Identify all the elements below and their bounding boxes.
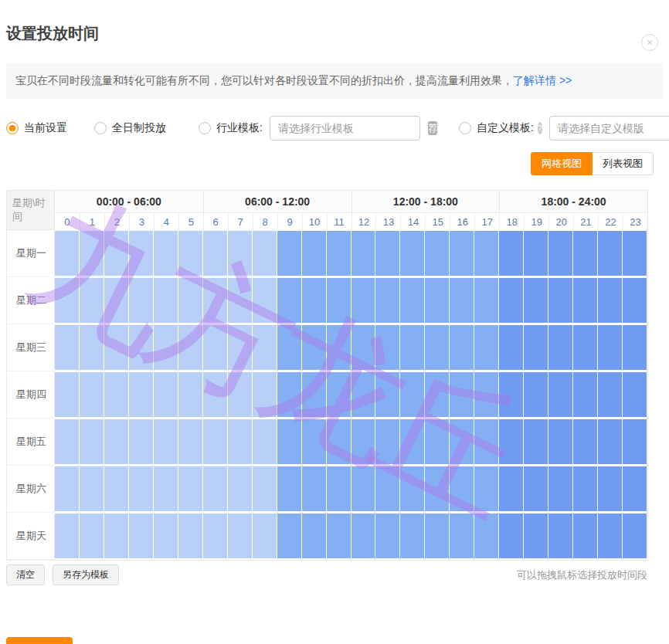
- schedule-cell[interactable]: [55, 513, 80, 560]
- schedule-cell[interactable]: [129, 513, 154, 560]
- schedule-cell[interactable]: [548, 230, 573, 277]
- schedule-cell[interactable]: [351, 419, 376, 466]
- schedule-cell[interactable]: [253, 466, 277, 513]
- schedule-cell[interactable]: [400, 513, 425, 560]
- schedule-cell[interactable]: [178, 371, 203, 419]
- schedule-cell[interactable]: [499, 324, 524, 371]
- schedule-cell[interactable]: [55, 466, 80, 513]
- schedule-cell[interactable]: [400, 324, 425, 371]
- custom-template-input[interactable]: [549, 116, 669, 141]
- schedule-cell[interactable]: [302, 513, 327, 560]
- schedule-cell[interactable]: [203, 513, 228, 560]
- schedule-cell[interactable]: [351, 230, 376, 277]
- schedule-cell[interactable]: [154, 277, 178, 324]
- schedule-cell[interactable]: [80, 324, 104, 371]
- schedule-cell[interactable]: [400, 277, 425, 324]
- schedule-cell[interactable]: [154, 466, 178, 513]
- schedule-cell[interactable]: [573, 324, 598, 371]
- schedule-cell[interactable]: [375, 230, 400, 277]
- schedule-cell[interactable]: [80, 230, 104, 277]
- clear-button[interactable]: 清空: [6, 564, 45, 585]
- schedule-cell[interactable]: [178, 466, 203, 513]
- radio-full-day-label[interactable]: 全日制投放: [112, 121, 166, 135]
- schedule-cell[interactable]: [203, 324, 228, 371]
- schedule-cell[interactable]: [80, 466, 104, 513]
- list-view-button[interactable]: 列表视图: [593, 152, 654, 175]
- schedule-cell[interactable]: [203, 466, 228, 513]
- schedule-cell[interactable]: [524, 513, 548, 560]
- schedule-cell[interactable]: [55, 230, 80, 277]
- schedule-cell[interactable]: [277, 324, 302, 371]
- schedule-cell[interactable]: [425, 419, 450, 466]
- schedule-cell[interactable]: [277, 277, 302, 324]
- schedule-cell[interactable]: [154, 513, 178, 560]
- schedule-cell[interactable]: [598, 371, 623, 419]
- radio-industry-template[interactable]: [199, 122, 211, 134]
- schedule-cell[interactable]: [178, 419, 203, 466]
- schedule-cell[interactable]: [178, 324, 203, 371]
- schedule-cell[interactable]: [548, 466, 573, 513]
- schedule-cell[interactable]: [548, 371, 573, 419]
- schedule-cell[interactable]: [203, 371, 228, 419]
- radio-current-settings[interactable]: [6, 122, 19, 134]
- schedule-cell[interactable]: [327, 277, 351, 324]
- schedule-cell[interactable]: [129, 371, 154, 419]
- schedule-cell[interactable]: [598, 466, 623, 513]
- learn-more-link[interactable]: 了解详情 >>: [513, 74, 572, 88]
- schedule-cell[interactable]: [327, 466, 351, 513]
- schedule-cell[interactable]: [351, 324, 376, 371]
- radio-current-settings-label[interactable]: 当前设置: [24, 121, 67, 135]
- schedule-cell[interactable]: [499, 419, 524, 466]
- schedule-cell[interactable]: [55, 371, 80, 419]
- schedule-cell[interactable]: [327, 513, 351, 560]
- radio-custom-template[interactable]: [459, 122, 471, 134]
- schedule-cell[interactable]: [129, 324, 154, 371]
- schedule-cell[interactable]: [104, 277, 129, 324]
- radio-industry-template-label[interactable]: 行业模板:: [216, 121, 263, 135]
- schedule-cell[interactable]: [573, 371, 598, 419]
- schedule-cell[interactable]: [327, 324, 351, 371]
- schedule-cell[interactable]: [129, 419, 154, 466]
- schedule-cell[interactable]: [474, 513, 499, 560]
- schedule-cell[interactable]: [425, 371, 450, 419]
- schedule-cell[interactable]: [228, 466, 253, 513]
- save-settings-button[interactable]: 保存设置: [6, 637, 73, 644]
- schedule-cell[interactable]: [178, 230, 203, 277]
- schedule-cell[interactable]: [524, 324, 548, 371]
- schedule-cell[interactable]: [375, 324, 400, 371]
- schedule-cell[interactable]: [351, 466, 376, 513]
- schedule-cell[interactable]: [154, 230, 178, 277]
- schedule-cell[interactable]: [253, 419, 277, 466]
- schedule-cell[interactable]: [425, 466, 450, 513]
- schedule-cell[interactable]: [327, 371, 351, 419]
- close-icon[interactable]: ×: [641, 34, 658, 51]
- schedule-cell[interactable]: [154, 371, 178, 419]
- schedule-cell[interactable]: [400, 371, 425, 419]
- schedule-cell[interactable]: [302, 277, 327, 324]
- help-icon[interactable]: ?: [538, 122, 542, 134]
- schedule-cell[interactable]: [598, 419, 623, 466]
- schedule-cell[interactable]: [474, 324, 499, 371]
- schedule-cell[interactable]: [375, 466, 400, 513]
- schedule-cell[interactable]: [104, 230, 129, 277]
- save-as-template-button[interactable]: 另存为模板: [53, 564, 119, 585]
- schedule-cell[interactable]: [228, 419, 253, 466]
- schedule-cell[interactable]: [573, 277, 598, 324]
- schedule-cell[interactable]: [598, 230, 623, 277]
- schedule-cell[interactable]: [400, 419, 425, 466]
- schedule-cell[interactable]: [129, 466, 154, 513]
- schedule-cell[interactable]: [104, 513, 129, 560]
- schedule-cell[interactable]: [548, 513, 573, 560]
- schedule-cell[interactable]: [573, 419, 598, 466]
- schedule-cell[interactable]: [524, 371, 548, 419]
- schedule-cell[interactable]: [375, 277, 400, 324]
- schedule-cell[interactable]: [524, 230, 548, 277]
- schedule-cell[interactable]: [80, 513, 104, 560]
- schedule-cell[interactable]: [623, 371, 647, 419]
- schedule-cell[interactable]: [277, 230, 302, 277]
- schedule-cell[interactable]: [623, 324, 647, 371]
- schedule-cell[interactable]: [425, 324, 450, 371]
- schedule-cell[interactable]: [450, 371, 474, 419]
- schedule-cell[interactable]: [104, 466, 129, 513]
- schedule-cell[interactable]: [80, 371, 104, 419]
